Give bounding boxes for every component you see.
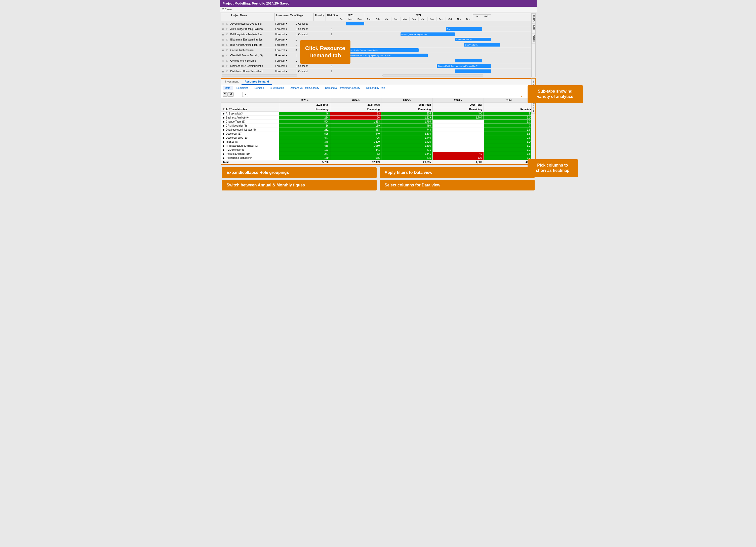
project-name: Bell Linguistics Analysis Tool [229, 33, 275, 36]
expand-icon[interactable]: ▶ [223, 148, 225, 151]
table-row: ▶Programme Manager (4) 159 635 615 -129 … [221, 156, 535, 160]
expand-btn[interactable]: + [238, 92, 243, 97]
role-period-header [221, 103, 279, 107]
val-cell [432, 148, 484, 152]
val-cell: 169 [330, 124, 381, 128]
sub-tab-demand-role[interactable]: Demand by Role [364, 86, 387, 90]
filters-side-tab[interactable]: Filters [532, 23, 535, 33]
main-tab-bar: Investment Resource Demand [221, 79, 535, 85]
heatmap-side-tab[interactable]: Heatmap [531, 101, 535, 114]
expand-icon[interactable]: ▶ [223, 120, 225, 123]
tab-investment[interactable]: Investment [222, 79, 242, 85]
sub-tab-remaining[interactable]: Remaining [234, 86, 251, 90]
dropdown-arrow[interactable]: ▼ [285, 60, 287, 62]
month-toggle-btn[interactable]: M [228, 92, 233, 97]
expand-icon[interactable]: ▶ [223, 128, 225, 131]
close-button[interactable]: X Close [222, 8, 232, 11]
expand-icon[interactable]: ▶ [223, 152, 225, 155]
stage-col-header: Stage [295, 13, 314, 21]
collapse-btn[interactable]: − [243, 92, 248, 97]
pin-icon[interactable]: ◉ [221, 65, 225, 67]
callout-subtabs-text: Sub-tabs showingvariety of analytics [528, 85, 583, 103]
dropdown-arrow[interactable]: ▼ [285, 28, 287, 30]
dropdown-arrow[interactable]: ▼ [285, 49, 287, 51]
val-cell: 615 [381, 156, 432, 160]
expand-icon[interactable]: ▶ [223, 132, 225, 135]
table-row: ◉ □ Blue Yonder Airline Flight Re Foreca… [221, 42, 535, 48]
right-scrollbar[interactable] [382, 74, 483, 76]
table-row: ◉ □ Cactus Traffic Sensor Forecast▼ 3. C… [221, 48, 535, 53]
expand-icon[interactable]: ▶ [223, 116, 225, 119]
role-cell: ▶InfoSec (7) [221, 140, 279, 144]
month-aug-24: Aug [428, 17, 437, 21]
sub-tab-data[interactable]: Data [223, 86, 233, 90]
expand-icon[interactable]: ▶ [223, 144, 225, 147]
doc-icon: □ [225, 64, 229, 67]
dropdown-arrow[interactable]: ▼ [285, 44, 287, 46]
expand-icon[interactable]: ▶ [223, 140, 225, 143]
gantt-bar: Biothermal Ear W [455, 38, 491, 41]
sub-tab-demand-total[interactable]: Demand vs Total Capacity [287, 86, 322, 90]
expand-icon[interactable]: ▶ [223, 124, 225, 127]
year-2023-header-th[interactable]: 2023 > [279, 98, 330, 103]
dropdown-arrow[interactable]: ▼ [285, 65, 287, 67]
dropdown-arrow[interactable]: ▼ [285, 70, 287, 72]
history-side-tab[interactable]: History [532, 33, 535, 44]
year-header-row: 2023 > 2024 > 2025 > 2026 > Total [221, 98, 535, 103]
config-side-tab[interactable]: Config [532, 13, 535, 23]
year-2025-header-th[interactable]: 2025 > [381, 98, 432, 103]
sub-tab-utilization[interactable]: % Utilization [267, 86, 286, 90]
project-name: Clearfield Animal Tracking Sy [229, 54, 275, 57]
year-2024-header-th[interactable]: 2024 > [330, 98, 381, 103]
dropdown-arrow[interactable]: ▼ [285, 54, 287, 57]
val-cell: 1,219 [381, 116, 432, 120]
pin-icon[interactable]: ◉ [221, 59, 225, 62]
year-2026-header-th[interactable]: 2026 > [432, 98, 484, 103]
dropdown-arrow[interactable]: ▼ [285, 33, 287, 35]
risk-cell: 2 [326, 65, 337, 67]
val-cell: 504 [279, 120, 330, 124]
pin-icon[interactable]: ◉ [221, 44, 225, 46]
val-cell: 3,101 [484, 116, 535, 120]
pin-icon[interactable]: ◉ [221, 54, 225, 57]
expand-icon[interactable]: ▶ [223, 157, 225, 159]
dropdown-arrow[interactable]: ▼ [285, 38, 287, 41]
val-cell: 1,643 [484, 128, 535, 132]
val-cell [432, 128, 484, 132]
doc-icon: □ [225, 59, 229, 62]
pin-icon[interactable]: ◉ [221, 38, 225, 41]
pin-icon[interactable]: ◉ [221, 28, 225, 30]
pin-icon[interactable]: ◉ [221, 70, 225, 73]
project-name: AdventureWorks Cycles Buil [229, 22, 275, 25]
val-cell: -129 [432, 156, 484, 160]
pin-icon[interactable]: ◉ [221, 33, 225, 36]
sub-tab-demand[interactable]: Demand [252, 86, 266, 90]
val-cell: 1,695 [381, 144, 432, 148]
total-header-th: Total [484, 98, 535, 103]
val-cell [432, 132, 484, 136]
h-scrollbar-area [221, 74, 535, 77]
tab-resource-demand[interactable]: Resource Demand [242, 79, 272, 85]
val-cell [432, 120, 484, 124]
remaining-2026-th: Remaining [432, 107, 484, 112]
table-row: ▶PMO Member (3) 123 441 471 1,035 [221, 148, 535, 152]
pin-icon[interactable]: ◉ [221, 49, 225, 52]
val-cell: 123 [279, 148, 330, 152]
sub-tab-demand-remaining[interactable]: Demand & Remaining Capacity [323, 86, 363, 90]
callout-heatmap-arrow: ← [523, 167, 528, 173]
val-cell: 1,035 [484, 148, 535, 152]
remaining-2023-th: Remaining [279, 107, 330, 112]
year-toggle-btn[interactable]: Y [223, 92, 228, 97]
2024-total-th: 2024 Total [330, 103, 381, 107]
left-scrollbar[interactable] [222, 74, 297, 76]
doc-icon: □ [225, 38, 229, 41]
invest-type: Forecast▼ [275, 65, 295, 67]
pin-icon[interactable]: ◉ [221, 22, 225, 25]
gantt-bar [455, 69, 491, 73]
gantt-bar: Akz [446, 27, 482, 31]
expand-icon[interactable]: ▶ [223, 112, 225, 115]
gantt-bar: Cactus Traffic Sensor (John Smith) [346, 48, 419, 52]
expand-icon[interactable]: ▶ [223, 136, 225, 139]
dropdown-arrow[interactable]: ▼ [285, 23, 287, 25]
gantt-bar: Clearfield Animal Tracking System (Adam … [346, 54, 428, 57]
